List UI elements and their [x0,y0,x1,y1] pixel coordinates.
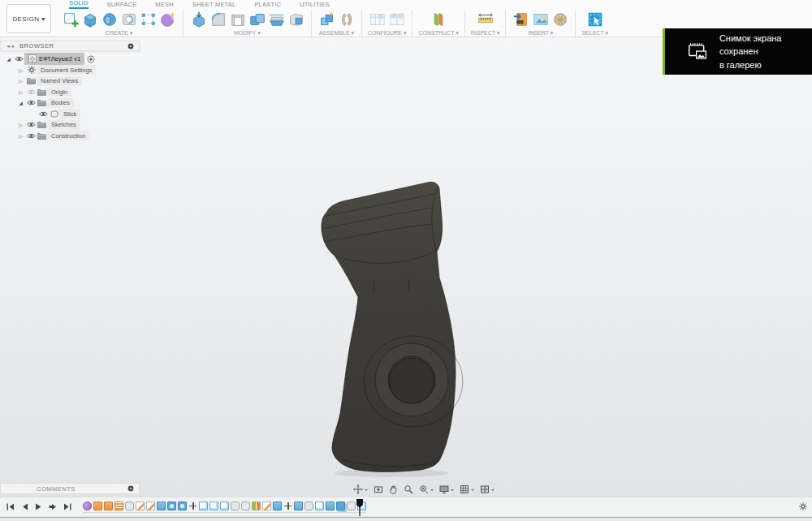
timeline-feature-fillet[interactable] [304,502,313,510]
fillet-icon[interactable] [209,10,227,29]
create-sketch-icon[interactable] [61,10,80,29]
tab-plastic[interactable]: PLASTIC [254,1,281,9]
visibility-eye-icon[interactable] [26,88,37,96]
browser-item-document-settings[interactable]: ▷Document Settings [0,65,140,76]
hole-icon[interactable] [119,10,138,29]
group-dropdown-construct[interactable]: CONSTRUCT ▾ [418,30,458,37]
sketch-rectangle-icon[interactable] [139,10,158,29]
expand-arrow-icon[interactable]: ▷ [15,122,26,127]
grid-settings-icon[interactable] [460,484,474,494]
dropdown-caret-icon[interactable] [471,489,474,493]
new-component-icon[interactable] [317,10,336,29]
step-forward-button[interactable] [49,503,57,510]
group-dropdown-inspect[interactable]: INSPECT ▾ [471,30,500,37]
browser-item-bodies[interactable]: ◢Bodies [0,97,140,109]
construction-plane-icon[interactable] [430,10,448,29]
group-dropdown-assemble[interactable]: ASSEMBLE ▾ [319,30,354,37]
timeline-feature-copy[interactable] [209,502,218,510]
look-at-icon[interactable] [374,484,383,494]
timeline-feature-copy[interactable] [199,502,208,510]
tab-utilities[interactable]: UTILITIES [300,1,330,9]
comments-panel[interactable]: COMMENTS [0,483,140,494]
notification-toast[interactable]: Снимок экрана сохранен в галерею [663,28,812,75]
step-back-button[interactable] [21,503,28,510]
expand-arrow-icon[interactable]: ▷ [15,78,26,84]
tab-surface[interactable]: SURFACE [107,1,137,9]
viewports-icon[interactable] [480,484,495,494]
pan-icon[interactable] [389,484,398,494]
timeline-feature-sketch[interactable] [146,502,155,510]
go-to-start-button[interactable] [6,503,15,510]
browser-item-stick[interactable]: Stick [0,109,140,120]
timeline-feature-sketch[interactable] [136,502,145,510]
timeline-feature-pattern[interactable] [114,502,123,510]
visibility-eye-icon[interactable] [38,110,49,118]
form-icon[interactable] [158,10,177,29]
visibility-eye-icon[interactable] [26,132,37,140]
go-to-end-button[interactable] [63,503,71,510]
joint-icon[interactable] [337,10,356,29]
group-dropdown-insert[interactable]: INSERT ▾ [528,30,553,37]
measure-icon[interactable] [476,10,495,29]
timeline-feature-extrude[interactable] [273,502,282,510]
timeline-feature-move[interactable] [188,502,197,510]
extrude-icon[interactable] [80,10,99,29]
browser-item-construction[interactable]: ▷Construction [0,131,140,142]
timeline-feature-form[interactable] [83,502,92,510]
group-dropdown-modify[interactable]: MODIFY ▾ [234,30,261,37]
visibility-eye-icon[interactable] [26,99,37,106]
timeline-feature-combine[interactable] [336,502,345,510]
activate-component-radio[interactable] [87,55,95,63]
tab-solid[interactable]: SOLID [69,0,89,9]
offset-face-icon[interactable] [287,10,305,29]
timeline-feature-move[interactable] [283,502,292,510]
collapse-panel-icon[interactable]: ◄◄ [6,44,14,49]
insert-svg-icon[interactable] [512,10,530,29]
expand-arrow-icon[interactable]: ◢ [3,56,14,62]
timeline-feature-fillet[interactable] [241,502,250,510]
timeline-feature-fillet[interactable] [125,502,134,510]
expand-arrow-icon[interactable]: ◢ [15,100,26,105]
timeline-feature-revolve[interactable] [178,502,187,510]
dropdown-caret-icon[interactable] [430,489,434,493]
dropdown-caret-icon[interactable] [491,489,495,493]
comments-settings-icon[interactable] [127,485,134,492]
timeline-feature-extrude[interactable] [326,502,335,510]
orbit-icon[interactable] [353,484,368,494]
tab-mesh[interactable]: MESH [155,1,173,9]
zoom-icon[interactable] [404,484,413,494]
timeline-feature-extrude[interactable] [294,502,303,510]
visibility-eye-icon[interactable] [26,121,37,128]
split-body-icon[interactable] [267,10,286,29]
tab-sheet-metal[interactable]: SHEET METAL [192,1,236,9]
timeline-feature-freeform[interactable] [93,502,102,510]
timeline-feature-sketch[interactable] [262,502,271,510]
browser-item-sketches[interactable]: ▷Sketches [0,119,140,131]
timeline-settings-gear-icon[interactable] [799,502,807,510]
select-icon[interactable] [585,10,604,29]
timeline-feature-extrude[interactable] [157,502,166,510]
model-body-stick[interactable] [317,175,468,492]
group-dropdown-configure[interactable]: CONFIGURE ▾ [368,30,406,37]
dropdown-caret-icon[interactable] [451,489,454,493]
timeline-feature-fillet[interactable] [231,502,240,510]
group-dropdown-create[interactable]: CREATE ▾ [106,30,132,37]
browser-item-ефтлеуые2-v1[interactable]: ◢ЕФТЛеуые2 v1 [0,54,140,65]
insert-mesh-icon[interactable] [551,10,569,29]
revolve-icon[interactable] [100,10,119,29]
timeline-feature-copy[interactable] [220,502,229,510]
shell-icon[interactable] [228,10,247,29]
canvas-icon[interactable] [531,10,550,29]
timeline-feature-freeform[interactable] [104,502,113,510]
browser-item-origin[interactable]: ▷Origin [0,87,140,98]
timeline-feature-revolve[interactable] [167,502,176,510]
browser-display-settings-icon[interactable] [127,43,134,50]
design-workspace-menu[interactable]: DESIGN ▾ [6,4,51,33]
expand-arrow-icon[interactable]: ▷ [15,133,26,139]
group-dropdown-select[interactable]: SELECT ▾ [581,30,608,37]
timeline-feature-copy[interactable] [315,502,324,510]
visibility-eye-icon[interactable] [14,55,24,62]
dropdown-caret-icon[interactable] [365,489,368,493]
fit-icon[interactable] [419,484,434,494]
expand-arrow-icon[interactable]: ▷ [15,67,26,73]
